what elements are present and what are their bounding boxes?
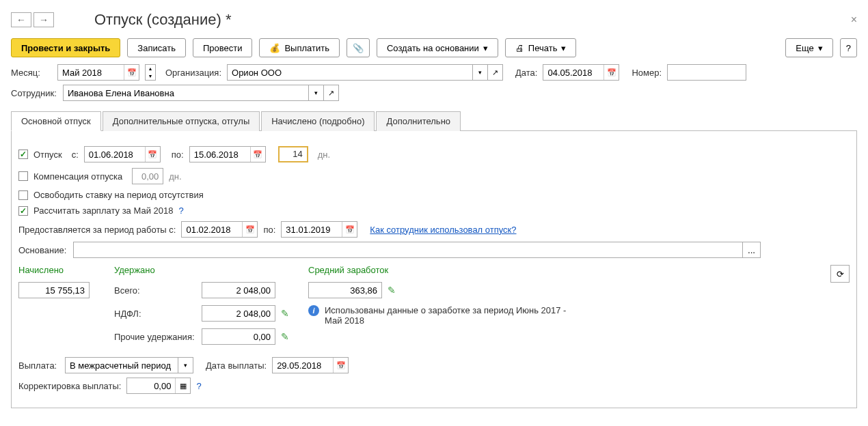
vac-from-cal-button[interactable] xyxy=(145,147,160,162)
correction-calc-button[interactable] xyxy=(175,378,190,393)
chevron-down-icon: ▾ xyxy=(818,43,823,53)
employee-input[interactable] xyxy=(63,85,309,101)
save-button[interactable]: Записать xyxy=(127,38,186,57)
pay-button[interactable]: Выплатить xyxy=(259,38,340,57)
post-and-close-button[interactable]: Провести и закрыть xyxy=(11,38,120,57)
number-input[interactable] xyxy=(667,64,746,81)
basis-select-button[interactable]: ... xyxy=(743,242,761,258)
days-count[interactable]: 14 xyxy=(278,146,308,162)
calendar-icon xyxy=(148,150,157,159)
pay-button-label: Выплатить xyxy=(284,43,329,53)
org-dropdown-button[interactable]: ▾ xyxy=(473,64,488,81)
attach-button[interactable] xyxy=(347,38,370,57)
other-input[interactable] xyxy=(202,328,275,345)
period-to-cal-button[interactable] xyxy=(342,222,357,237)
avg-header: Средний заработок xyxy=(308,265,602,275)
calendar-icon xyxy=(336,361,346,370)
pay-date-field[interactable] xyxy=(272,357,349,373)
vac-to-field[interactable] xyxy=(189,146,266,162)
vacation-usage-link[interactable]: Как сотрудник использовал отпуск? xyxy=(370,225,516,235)
tab-pane-main: Отпуск с: по: 14 дн. Компенсация отпуска… xyxy=(11,131,857,408)
nav-forward-button[interactable]: → xyxy=(33,12,54,27)
calc-salary-help[interactable]: ? xyxy=(178,205,183,216)
org-open-button[interactable] xyxy=(488,64,503,81)
payment-select[interactable]: ▾ xyxy=(65,357,193,373)
close-button[interactable]: × xyxy=(851,14,857,26)
calendar-icon xyxy=(127,68,137,77)
vacation-checkbox[interactable] xyxy=(18,150,28,159)
spinner-up[interactable]: ▲ xyxy=(146,65,155,72)
avg-edit-icon[interactable]: ✎ xyxy=(388,285,396,296)
avg-input[interactable] xyxy=(308,282,382,298)
days-unit: дн. xyxy=(318,150,330,160)
compensation-label: Компенсация отпуска xyxy=(33,171,122,182)
employee-dropdown-button[interactable]: ▾ xyxy=(309,85,324,101)
org-input[interactable] xyxy=(227,64,473,81)
tab-accrued-detailed[interactable]: Начислено (подробно) xyxy=(261,111,375,131)
nav-back-button[interactable]: ← xyxy=(11,12,31,27)
calendar-icon xyxy=(345,225,355,234)
correction-field[interactable] xyxy=(126,378,191,394)
employee-open-button[interactable] xyxy=(324,85,339,101)
more-button[interactable]: Еще ▾ xyxy=(785,38,832,57)
tab-extra[interactable]: Дополнительно xyxy=(376,111,461,131)
payment-select-dropdown[interactable]: ▾ xyxy=(178,357,193,373)
employee-label: Сотрудник: xyxy=(11,88,57,98)
create-based-label: Создать на основании xyxy=(387,43,479,53)
month-calendar-button[interactable] xyxy=(124,65,139,80)
info-icon: i xyxy=(308,305,319,316)
chevron-down-icon: ▾ xyxy=(483,43,488,53)
pay-date-input[interactable] xyxy=(273,358,333,373)
date-input[interactable] xyxy=(543,65,603,80)
calc-salary-checkbox[interactable] xyxy=(18,206,28,216)
vac-to-input[interactable] xyxy=(190,147,250,162)
org-label: Организация: xyxy=(165,68,221,78)
compensation-input[interactable] xyxy=(132,168,163,184)
month-field[interactable] xyxy=(57,64,139,81)
org-lookup[interactable]: ▾ xyxy=(227,64,503,81)
ndfl-edit-icon[interactable]: ✎ xyxy=(281,308,289,319)
month-spinner[interactable]: ▲ ▼ xyxy=(145,64,156,81)
period-to-input[interactable] xyxy=(282,222,342,237)
tab-additional[interactable]: Дополнительные отпуска, отгулы xyxy=(103,111,260,131)
month-input[interactable] xyxy=(58,65,124,80)
date-field[interactable] xyxy=(543,64,619,81)
vacation-label: Отпуск xyxy=(33,150,62,160)
correction-help[interactable]: ? xyxy=(196,381,201,391)
total-input[interactable] xyxy=(202,282,275,298)
other-edit-icon[interactable]: ✎ xyxy=(281,331,289,342)
compensation-checkbox[interactable] xyxy=(18,171,28,181)
withheld-header: Удержано xyxy=(114,265,292,275)
correction-input[interactable] xyxy=(127,378,175,393)
accrued-header: Начислено xyxy=(18,265,98,275)
period-from-input[interactable] xyxy=(182,222,242,237)
recalculate-button[interactable]: ⟳ xyxy=(830,265,850,283)
print-button[interactable]: Печать ▾ xyxy=(505,38,577,57)
period-from-field[interactable] xyxy=(181,221,258,238)
create-based-on-button[interactable]: Создать на основании ▾ xyxy=(377,38,498,57)
accrued-input[interactable] xyxy=(18,282,90,298)
free-rate-checkbox[interactable] xyxy=(18,190,28,200)
number-label: Номер: xyxy=(632,68,662,78)
ndfl-input[interactable] xyxy=(202,305,275,322)
tab-main-vacation[interactable]: Основной отпуск xyxy=(11,111,101,131)
pay-date-cal-button[interactable] xyxy=(333,358,348,373)
other-label: Прочие удержания: xyxy=(114,332,196,342)
payment-select-input[interactable] xyxy=(65,357,178,373)
refresh-icon: ⟳ xyxy=(837,269,844,279)
vac-from-input[interactable] xyxy=(85,147,145,162)
calendar-icon xyxy=(607,68,616,77)
month-label: Месяц: xyxy=(11,68,52,78)
date-calendar-button[interactable] xyxy=(603,65,619,80)
basis-input[interactable] xyxy=(73,242,743,258)
employee-lookup[interactable]: ▾ xyxy=(63,85,339,101)
vac-to-cal-button[interactable] xyxy=(250,147,265,162)
period-to-field[interactable] xyxy=(281,221,357,238)
period-from-cal-button[interactable] xyxy=(242,222,257,237)
vac-from-field[interactable] xyxy=(84,146,161,162)
spinner-down[interactable]: ▼ xyxy=(146,72,155,80)
clip-icon xyxy=(353,43,364,53)
post-button[interactable]: Провести xyxy=(193,38,253,57)
help-button[interactable]: ? xyxy=(840,38,857,57)
print-label: Печать xyxy=(528,43,558,53)
